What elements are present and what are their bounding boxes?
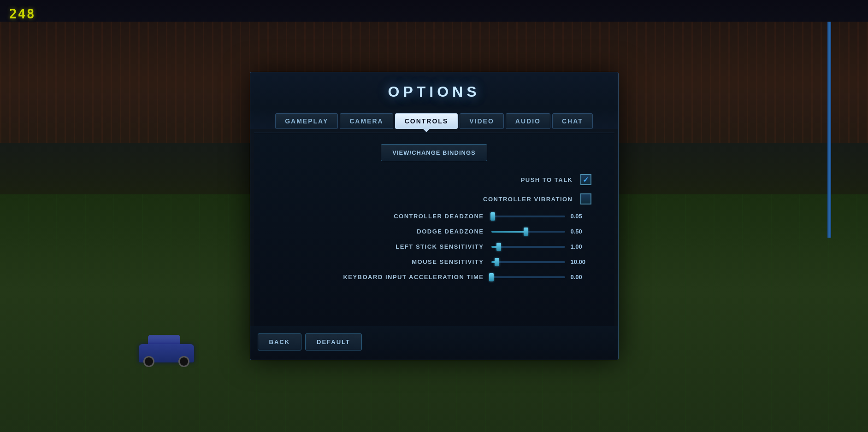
tab-controls[interactable]: CONTROLS [395, 113, 458, 129]
left-stick-sensitivity-slider-container: 1.00 [491, 243, 591, 250]
controller-deadzone-slider-container: 0.05 [491, 213, 591, 220]
setting-row-controller-vibration: CONTROLLER VIBRATION [277, 193, 591, 204]
dodge-deadzone-label: DODGE DEADZONE [355, 228, 484, 235]
controller-vibration-label: CONTROLLER VIBRATION [444, 196, 573, 203]
settings-list: PUSH TO TALK CONTROLLER VIBRATION CONTRO… [268, 174, 601, 280]
left-stick-sensitivity-track[interactable] [491, 246, 565, 248]
content-area: VIEW/CHANGE BINDINGS PUSH TO TALK CONTRO… [254, 133, 614, 326]
mouse-sensitivity-thumb[interactable] [495, 258, 499, 266]
left-stick-sensitivity-value: 1.00 [571, 243, 591, 250]
keyboard-input-acceleration-time-slider-container: 0.00 [491, 274, 591, 280]
tabs-container: GAMEPLAY CAMERA CONTROLS VIDEO AUDIO CHA… [250, 108, 618, 129]
dodge-deadzone-slider-container: 0.50 [491, 228, 591, 235]
dodge-deadzone-thumb[interactable] [524, 228, 528, 236]
controller-deadzone-label: CONTROLLER DEADZONE [355, 213, 484, 220]
setting-row-mouse-sensitivity: MOUSE SENSITIVITY 10.00 [277, 258, 591, 265]
keyboard-input-acceleration-time-label: KEYBOARD INPUT ACCELERATION TIME [343, 274, 484, 280]
default-button[interactable]: DEFAULT [305, 333, 362, 350]
controller-deadzone-thumb[interactable] [490, 212, 495, 221]
dodge-deadzone-fill [491, 231, 526, 233]
modal-overlay: OPTIONS GAMEPLAY CAMERA CONTROLS VIDEO A… [0, 0, 868, 432]
setting-row-keyboard-input-acceleration-time: KEYBOARD INPUT ACCELERATION TIME 0.00 [277, 274, 591, 280]
dodge-deadzone-track[interactable] [491, 231, 565, 233]
mouse-sensitivity-slider-container: 10.00 [491, 258, 591, 265]
setting-row-left-stick-sensitivity: LEFT STICK SENSITIVITY 1.00 [277, 243, 591, 250]
setting-row-push-to-talk: PUSH TO TALK [277, 174, 591, 185]
tab-chat[interactable]: CHAT [552, 113, 593, 129]
options-modal: OPTIONS GAMEPLAY CAMERA CONTROLS VIDEO A… [250, 72, 619, 360]
view-change-bindings-button[interactable]: VIEW/CHANGE BINDINGS [381, 144, 487, 161]
tab-gameplay[interactable]: GAMEPLAY [275, 113, 338, 129]
mouse-sensitivity-value: 10.00 [571, 258, 591, 265]
left-stick-sensitivity-thumb[interactable] [496, 243, 501, 251]
tab-video[interactable]: VIDEO [460, 113, 504, 129]
dodge-deadzone-value: 0.50 [571, 228, 591, 235]
push-to-talk-checkbox[interactable] [580, 174, 591, 185]
controller-deadzone-track[interactable] [491, 216, 565, 217]
modal-title: OPTIONS [250, 83, 618, 100]
modal-header: OPTIONS [250, 72, 618, 108]
push-to-talk-label: PUSH TO TALK [444, 176, 573, 183]
tab-audio[interactable]: AUDIO [506, 113, 550, 129]
setting-row-dodge-deadzone: DODGE DEADZONE 0.50 [277, 228, 591, 235]
modal-footer: BACK DEFAULT [250, 326, 618, 360]
back-button[interactable]: BACK [258, 333, 302, 350]
mouse-sensitivity-track[interactable] [491, 261, 565, 263]
tab-camera[interactable]: CAMERA [340, 113, 393, 129]
keyboard-input-acceleration-time-track[interactable] [491, 276, 565, 278]
controller-vibration-checkbox[interactable] [580, 193, 591, 204]
left-stick-sensitivity-label: LEFT STICK SENSITIVITY [355, 243, 484, 250]
keyboard-input-acceleration-time-thumb[interactable] [489, 273, 494, 281]
keyboard-input-acceleration-time-value: 0.00 [571, 274, 591, 280]
setting-row-controller-deadzone: CONTROLLER DEADZONE 0.05 [277, 213, 591, 220]
controller-deadzone-value: 0.05 [571, 213, 591, 220]
mouse-sensitivity-label: MOUSE SENSITIVITY [355, 258, 484, 265]
